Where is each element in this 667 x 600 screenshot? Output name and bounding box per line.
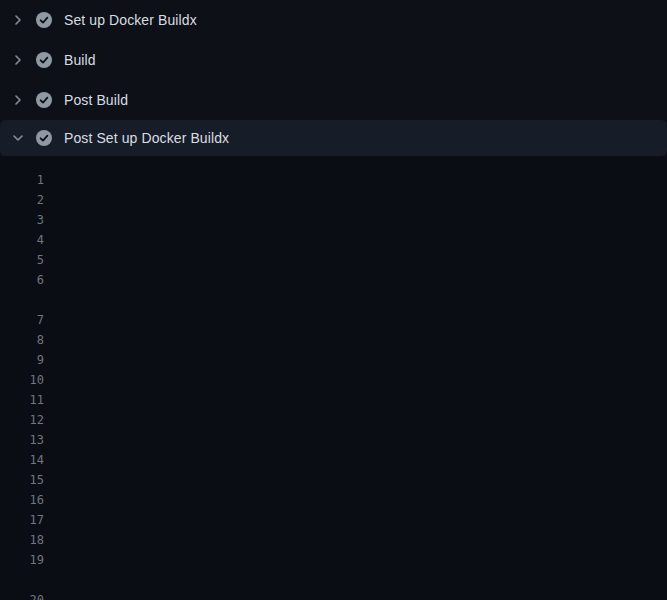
step-row-build[interactable]: Build xyxy=(0,40,667,80)
log-line: 8 time="2021-04-23T18:02:37Z" level=info… xyxy=(0,330,667,350)
chevron-right-icon xyxy=(10,92,26,108)
log-line-number[interactable]: 11 xyxy=(0,390,44,410)
log-line-number[interactable]: 10 xyxy=(0,370,44,390)
log-line: 19 time="2021-04-23T18:02:38Z" level=deb… xyxy=(0,550,667,570)
log-line-number[interactable]: 8 xyxy=(0,330,44,350)
log-viewer: 1 Post job cleanup. 2 ▼BuildKit containe… xyxy=(0,156,667,600)
log-line-number[interactable]: 15 xyxy=(0,470,44,490)
step-row-post-set-up-docker-buildx[interactable]: Post Set up Docker Buildx xyxy=(0,120,667,156)
step-label: Set up Docker Buildx xyxy=(64,12,197,28)
log-line-number[interactable]: 7 xyxy=(0,310,44,330)
log-line: 17 time="2021-04-23T18:02:38Z" level=deb… xyxy=(0,510,667,530)
step-row-post-build[interactable]: Post Build xyxy=(0,80,667,120)
log-line-number[interactable]: 17 xyxy=(0,510,44,530)
log-line: 12 time="2021-04-23T18:02:38Z" level=deb… xyxy=(0,410,667,430)
log-line-number[interactable]: 16 xyxy=(0,490,44,510)
log-line-number[interactable]: 6 xyxy=(0,270,44,290)
steps-list: Set up Docker Buildx Build Post Build Po… xyxy=(0,0,667,156)
log-line-number[interactable]: 2 xyxy=(0,190,44,210)
log-line-number[interactable]: 20 xyxy=(0,590,44,600)
log-line: 7 time="2021-04-23T18:02:37Z" level=warn… xyxy=(0,310,667,330)
log-line-number[interactable]: 12 xyxy=(0,410,44,430)
log-line: 20 time="2021-04-23T18:02:38Z" level=deb… xyxy=(0,590,667,600)
log-line: 18 time="2021-04-23T18:02:38Z" level=deb… xyxy=(0,530,667,550)
chevron-right-icon xyxy=(10,52,26,68)
log-line: 16 time="2021-04-23T18:02:38Z" level=deb… xyxy=(0,490,667,510)
log-line-number[interactable]: 3 xyxy=(0,210,44,230)
log-line[interactable]: 2 ▼BuildKit container logs xyxy=(0,190,667,210)
chevron-right-icon xyxy=(10,12,26,28)
chevron-down-icon xyxy=(10,130,26,146)
log-line-number[interactable]: 9 xyxy=(0,350,44,370)
log-line-number[interactable]: 1 xyxy=(0,170,44,190)
log-line: 15 time="2021-04-23T18:02:38Z" level=deb… xyxy=(0,470,667,490)
log-line: application/vnd.oci.image.index.v1+json,… xyxy=(0,570,667,590)
log-line: 11 time="2021-04-23T18:02:38Z" level=deb… xyxy=(0,390,667,410)
log-line-number[interactable]: 18 xyxy=(0,530,44,550)
log-line-number[interactable]: 4 xyxy=(0,230,44,250)
log-line: 6 time="2021-04-23T18:02:37Z" level=info… xyxy=(0,270,667,290)
log-line-number[interactable]: 14 xyxy=(0,450,44,470)
log-line: 10 time="2021-04-23T18:02:37Z" level=inf… xyxy=(0,370,667,390)
log-line-number[interactable]: 13 xyxy=(0,430,44,450)
check-circle-icon xyxy=(36,52,52,68)
log-line-number[interactable]: 19 xyxy=(0,550,44,570)
check-circle-icon xyxy=(36,12,52,28)
log-line: 3 /usr/bin/docker logs buildx_buildkit_b… xyxy=(0,210,667,230)
log-line: 14 time="2021-04-23T18:02:38Z" level=deb… xyxy=(0,450,667,470)
log-line: 5 time="2021-04-23T18:02:37Z" level=warn… xyxy=(0,250,667,270)
step-label: Post Build xyxy=(64,92,128,108)
log-line: 13 time="2021-04-23T18:02:38Z" level=deb… xyxy=(0,430,667,450)
check-circle-icon xyxy=(36,92,52,108)
step-row-set-up-docker-buildx[interactable]: Set up Docker Buildx xyxy=(0,0,667,40)
log-line: 4 time="2021-04-23T18:02:37Z" level=info… xyxy=(0,230,667,250)
step-label: Post Set up Docker Buildx xyxy=(64,130,229,146)
step-label: Build xyxy=(64,52,96,68)
log-line: linux/riscv64 linux/ppc64le linux/s390x … xyxy=(0,290,667,310)
log-line: 1 Post job cleanup. xyxy=(0,170,667,190)
check-circle-icon xyxy=(36,130,52,146)
log-line-number[interactable]: 5 xyxy=(0,250,44,270)
log-line: 9 time="2021-04-23T18:02:37Z" level=warn… xyxy=(0,350,667,370)
